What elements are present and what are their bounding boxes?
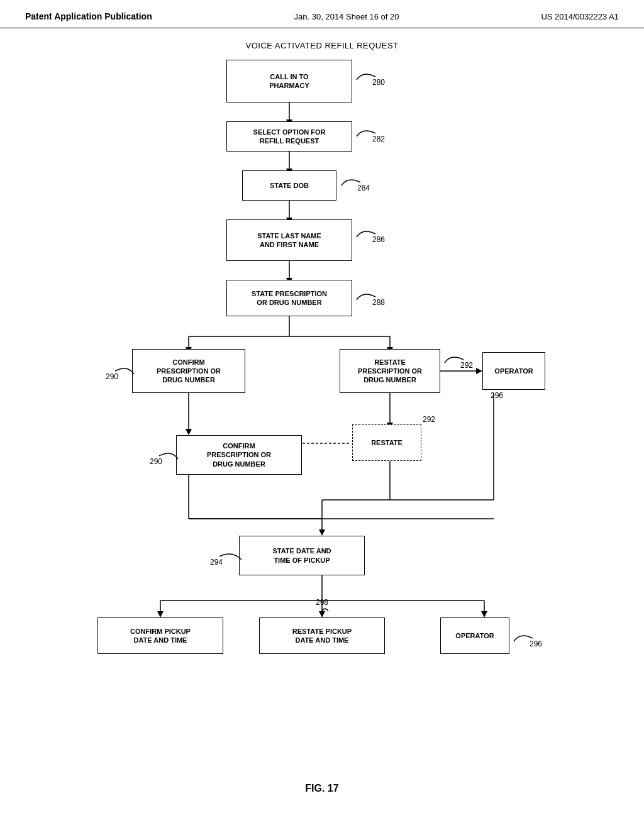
svg-marker-18 [476, 368, 482, 374]
page-header: Patent Application Publication Jan. 30, … [0, 0, 644, 28]
svg-text:292: 292 [460, 361, 473, 369]
header-patent-number: US 2014/0032223 A1 [541, 12, 619, 21]
svg-marker-31 [319, 529, 325, 536]
svg-text:290: 290 [106, 372, 118, 380]
box-state-prescription: STATE PRESCRIPTIONOR DRUG NUMBER [226, 280, 352, 316]
box-restate-pickup: RESTATE PICKUPDATE AND TIME [259, 617, 385, 654]
svg-text:284: 284 [357, 184, 370, 192]
header-title: Patent Application Publication [25, 11, 152, 21]
box-restate-prescription: RESTATEPRESCRIPTION ORDRUG NUMBER [340, 349, 440, 393]
diagram-area: VOICE ACTIVATED REFILL REQUEST [0, 28, 644, 770]
label-288: 288 [353, 287, 385, 308]
label-284: 284 [338, 173, 370, 194]
label-290a: 290 [106, 362, 140, 382]
box-state-name: STATE LAST NAMEAND FIRST NAME [226, 219, 352, 261]
label-296b: 296 [511, 629, 542, 650]
box-state-dob: STATE DOB [242, 170, 336, 201]
box-restate-dashed: RESTATE [352, 424, 421, 461]
box-confirm-prescription-left: CONFIRMPRESCRIPTION ORDRUG NUMBER [132, 349, 245, 393]
box-operator-upper: OPERATOR [482, 352, 545, 390]
svg-text:280: 280 [372, 78, 385, 86]
svg-marker-35 [157, 611, 164, 617]
box-confirm-pickup: CONFIRM PICKUPDATE AND TIME [97, 617, 223, 654]
svg-text:296: 296 [530, 639, 542, 648]
svg-text:290: 290 [150, 457, 162, 465]
svg-text:288: 288 [372, 298, 385, 306]
label-280: 280 [353, 67, 385, 88]
box-operator-lower: OPERATOR [440, 617, 509, 654]
box-call-in-pharmacy: CALL IN TOPHARMACY [226, 60, 352, 102]
label-296a: 296 [491, 391, 503, 400]
label-294: 294 [210, 547, 247, 568]
label-282: 282 [353, 124, 385, 145]
label-292: 292 [441, 350, 476, 371]
label-292b: 292 [423, 415, 435, 424]
figure-caption: FIG. 17 [0, 783, 644, 807]
box-state-date-time: STATE DATE ANDTIME OF PICKUP [239, 536, 365, 575]
box-select-option: SELECT OPTION FORREFILL REQUEST [226, 121, 352, 152]
label-286: 286 [353, 224, 385, 245]
svg-marker-16 [186, 429, 192, 435]
svg-text:282: 282 [372, 135, 385, 143]
diagram-title: VOICE ACTIVATED REFILL REQUEST [0, 41, 644, 50]
label-290b: 290 [150, 446, 184, 467]
svg-marker-40 [481, 611, 487, 617]
svg-text:286: 286 [372, 235, 385, 243]
box-confirm-prescription-lower: CONFIRMPRESCRIPTION ORDRUG NUMBER [176, 435, 302, 475]
header-date-sheet: Jan. 30, 2014 Sheet 16 of 20 [294, 12, 399, 21]
svg-text:294: 294 [210, 558, 223, 566]
